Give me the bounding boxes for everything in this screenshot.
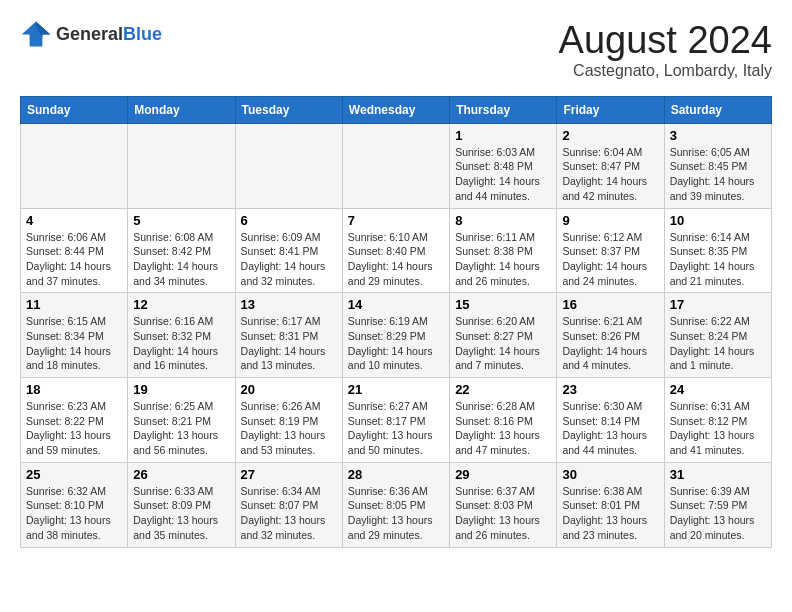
day-info: Sunrise: 6:34 AM Sunset: 8:07 PM Dayligh… — [241, 484, 337, 543]
calendar-cell: 24Sunrise: 6:31 AM Sunset: 8:12 PM Dayli… — [664, 378, 771, 463]
day-info: Sunrise: 6:10 AM Sunset: 8:40 PM Dayligh… — [348, 230, 444, 289]
day-info: Sunrise: 6:32 AM Sunset: 8:10 PM Dayligh… — [26, 484, 122, 543]
day-number: 17 — [670, 297, 766, 312]
calendar-cell: 30Sunrise: 6:38 AM Sunset: 8:01 PM Dayli… — [557, 462, 664, 547]
day-info: Sunrise: 6:39 AM Sunset: 7:59 PM Dayligh… — [670, 484, 766, 543]
logo-icon — [20, 20, 52, 48]
day-number: 18 — [26, 382, 122, 397]
calendar-cell: 4Sunrise: 6:06 AM Sunset: 8:44 PM Daylig… — [21, 208, 128, 293]
calendar-cell: 5Sunrise: 6:08 AM Sunset: 8:42 PM Daylig… — [128, 208, 235, 293]
day-number: 30 — [562, 467, 658, 482]
day-number: 9 — [562, 213, 658, 228]
calendar-cell: 16Sunrise: 6:21 AM Sunset: 8:26 PM Dayli… — [557, 293, 664, 378]
day-info: Sunrise: 6:20 AM Sunset: 8:27 PM Dayligh… — [455, 314, 551, 373]
day-number: 8 — [455, 213, 551, 228]
title-section: August 2024 Castegnato, Lombardy, Italy — [559, 20, 772, 80]
day-number: 19 — [133, 382, 229, 397]
day-number: 27 — [241, 467, 337, 482]
day-number: 24 — [670, 382, 766, 397]
day-info: Sunrise: 6:23 AM Sunset: 8:22 PM Dayligh… — [26, 399, 122, 458]
day-number: 3 — [670, 128, 766, 143]
calendar-cell: 7Sunrise: 6:10 AM Sunset: 8:40 PM Daylig… — [342, 208, 449, 293]
week-row-3: 11Sunrise: 6:15 AM Sunset: 8:34 PM Dayli… — [21, 293, 772, 378]
day-number: 15 — [455, 297, 551, 312]
location-subtitle: Castegnato, Lombardy, Italy — [559, 62, 772, 80]
day-info: Sunrise: 6:12 AM Sunset: 8:37 PM Dayligh… — [562, 230, 658, 289]
logo-text-blue: Blue — [123, 24, 162, 45]
calendar-cell: 22Sunrise: 6:28 AM Sunset: 8:16 PM Dayli… — [450, 378, 557, 463]
day-number: 1 — [455, 128, 551, 143]
day-number: 23 — [562, 382, 658, 397]
week-row-2: 4Sunrise: 6:06 AM Sunset: 8:44 PM Daylig… — [21, 208, 772, 293]
calendar-cell: 18Sunrise: 6:23 AM Sunset: 8:22 PM Dayli… — [21, 378, 128, 463]
calendar-cell: 27Sunrise: 6:34 AM Sunset: 8:07 PM Dayli… — [235, 462, 342, 547]
day-number: 22 — [455, 382, 551, 397]
day-info: Sunrise: 6:14 AM Sunset: 8:35 PM Dayligh… — [670, 230, 766, 289]
calendar-cell: 13Sunrise: 6:17 AM Sunset: 8:31 PM Dayli… — [235, 293, 342, 378]
month-year-title: August 2024 — [559, 20, 772, 62]
calendar-cell: 19Sunrise: 6:25 AM Sunset: 8:21 PM Dayli… — [128, 378, 235, 463]
calendar-cell: 21Sunrise: 6:27 AM Sunset: 8:17 PM Dayli… — [342, 378, 449, 463]
day-info: Sunrise: 6:33 AM Sunset: 8:09 PM Dayligh… — [133, 484, 229, 543]
calendar-cell: 26Sunrise: 6:33 AM Sunset: 8:09 PM Dayli… — [128, 462, 235, 547]
calendar-cell: 17Sunrise: 6:22 AM Sunset: 8:24 PM Dayli… — [664, 293, 771, 378]
day-info: Sunrise: 6:36 AM Sunset: 8:05 PM Dayligh… — [348, 484, 444, 543]
day-number: 5 — [133, 213, 229, 228]
day-number: 14 — [348, 297, 444, 312]
calendar-header-row: SundayMondayTuesdayWednesdayThursdayFrid… — [21, 96, 772, 123]
calendar-cell: 6Sunrise: 6:09 AM Sunset: 8:41 PM Daylig… — [235, 208, 342, 293]
calendar-table: SundayMondayTuesdayWednesdayThursdayFrid… — [20, 96, 772, 548]
day-header-sunday: Sunday — [21, 96, 128, 123]
calendar-cell: 14Sunrise: 6:19 AM Sunset: 8:29 PM Dayli… — [342, 293, 449, 378]
day-number: 25 — [26, 467, 122, 482]
day-number: 29 — [455, 467, 551, 482]
day-number: 7 — [348, 213, 444, 228]
day-number: 12 — [133, 297, 229, 312]
logo-text-general: General — [56, 24, 123, 45]
day-info: Sunrise: 6:17 AM Sunset: 8:31 PM Dayligh… — [241, 314, 337, 373]
day-info: Sunrise: 6:16 AM Sunset: 8:32 PM Dayligh… — [133, 314, 229, 373]
day-info: Sunrise: 6:31 AM Sunset: 8:12 PM Dayligh… — [670, 399, 766, 458]
calendar-cell — [21, 123, 128, 208]
calendar-cell — [235, 123, 342, 208]
day-info: Sunrise: 6:06 AM Sunset: 8:44 PM Dayligh… — [26, 230, 122, 289]
calendar-cell: 23Sunrise: 6:30 AM Sunset: 8:14 PM Dayli… — [557, 378, 664, 463]
day-info: Sunrise: 6:38 AM Sunset: 8:01 PM Dayligh… — [562, 484, 658, 543]
day-number: 31 — [670, 467, 766, 482]
day-header-tuesday: Tuesday — [235, 96, 342, 123]
calendar-cell: 9Sunrise: 6:12 AM Sunset: 8:37 PM Daylig… — [557, 208, 664, 293]
week-row-1: 1Sunrise: 6:03 AM Sunset: 8:48 PM Daylig… — [21, 123, 772, 208]
calendar-cell: 3Sunrise: 6:05 AM Sunset: 8:45 PM Daylig… — [664, 123, 771, 208]
day-info: Sunrise: 6:08 AM Sunset: 8:42 PM Dayligh… — [133, 230, 229, 289]
day-number: 6 — [241, 213, 337, 228]
calendar-cell: 20Sunrise: 6:26 AM Sunset: 8:19 PM Dayli… — [235, 378, 342, 463]
calendar-cell: 31Sunrise: 6:39 AM Sunset: 7:59 PM Dayli… — [664, 462, 771, 547]
day-info: Sunrise: 6:09 AM Sunset: 8:41 PM Dayligh… — [241, 230, 337, 289]
day-info: Sunrise: 6:30 AM Sunset: 8:14 PM Dayligh… — [562, 399, 658, 458]
week-row-4: 18Sunrise: 6:23 AM Sunset: 8:22 PM Dayli… — [21, 378, 772, 463]
day-info: Sunrise: 6:28 AM Sunset: 8:16 PM Dayligh… — [455, 399, 551, 458]
day-info: Sunrise: 6:04 AM Sunset: 8:47 PM Dayligh… — [562, 145, 658, 204]
day-info: Sunrise: 6:25 AM Sunset: 8:21 PM Dayligh… — [133, 399, 229, 458]
day-info: Sunrise: 6:22 AM Sunset: 8:24 PM Dayligh… — [670, 314, 766, 373]
day-number: 10 — [670, 213, 766, 228]
day-number: 26 — [133, 467, 229, 482]
day-number: 16 — [562, 297, 658, 312]
day-info: Sunrise: 6:05 AM Sunset: 8:45 PM Dayligh… — [670, 145, 766, 204]
day-number: 4 — [26, 213, 122, 228]
header: General Blue August 2024 Castegnato, Lom… — [20, 20, 772, 80]
day-info: Sunrise: 6:11 AM Sunset: 8:38 PM Dayligh… — [455, 230, 551, 289]
calendar-cell: 28Sunrise: 6:36 AM Sunset: 8:05 PM Dayli… — [342, 462, 449, 547]
week-row-5: 25Sunrise: 6:32 AM Sunset: 8:10 PM Dayli… — [21, 462, 772, 547]
logo: General Blue — [20, 20, 162, 48]
day-info: Sunrise: 6:27 AM Sunset: 8:17 PM Dayligh… — [348, 399, 444, 458]
calendar-cell: 25Sunrise: 6:32 AM Sunset: 8:10 PM Dayli… — [21, 462, 128, 547]
calendar-cell — [342, 123, 449, 208]
day-header-thursday: Thursday — [450, 96, 557, 123]
day-header-wednesday: Wednesday — [342, 96, 449, 123]
calendar-cell: 12Sunrise: 6:16 AM Sunset: 8:32 PM Dayli… — [128, 293, 235, 378]
calendar-cell: 1Sunrise: 6:03 AM Sunset: 8:48 PM Daylig… — [450, 123, 557, 208]
day-info: Sunrise: 6:03 AM Sunset: 8:48 PM Dayligh… — [455, 145, 551, 204]
calendar-cell — [128, 123, 235, 208]
calendar-cell: 11Sunrise: 6:15 AM Sunset: 8:34 PM Dayli… — [21, 293, 128, 378]
